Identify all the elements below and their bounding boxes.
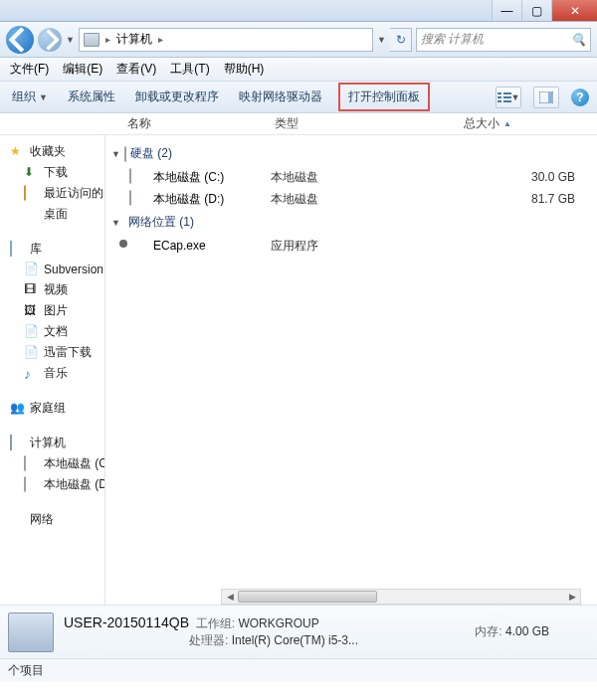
search-icon: 🔍 (571, 33, 586, 47)
toolbar-control-panel[interactable]: 打开控制面板 (338, 83, 430, 111)
toolbar-map-drive[interactable]: 映射网络驱动器 (235, 87, 326, 107)
computer-icon (8, 612, 54, 652)
chevron-right-icon: ▸ (158, 34, 163, 45)
close-icon: ✕ (570, 4, 580, 18)
menubar: 文件(F) 编辑(E) 查看(V) 工具(T) 帮助(H) (0, 58, 597, 82)
column-headers: 名称 类型 总大小 ▲ (0, 113, 597, 135)
minimize-button[interactable]: — (492, 0, 521, 21)
sort-arrow-icon: ▲ (503, 119, 511, 128)
drive-icon (24, 477, 40, 493)
desktop-icon (24, 207, 40, 223)
view-mode-button[interactable]: ▼ (496, 87, 521, 108)
list-item[interactable]: 本地磁盘 (D:) 本地磁盘 81.7 GB (109, 188, 593, 210)
sidebar-item-subversion[interactable]: 📄Subversion (0, 260, 104, 279)
list-view-icon (498, 91, 511, 103)
breadcrumb[interactable]: ▸ 计算机 ▸ (79, 28, 373, 52)
scroll-left-icon[interactable]: ◀ (222, 590, 238, 604)
collapse-icon: ▼ (111, 149, 120, 159)
menu-tools[interactable]: 工具(T) (164, 59, 215, 80)
doc-icon: 📄 (24, 262, 40, 277)
list-item[interactable]: ECap.exe 应用程序 (109, 235, 593, 257)
video-icon: 🎞 (24, 282, 40, 298)
drive-icon (129, 169, 147, 185)
sidebar-network[interactable]: 网络 (0, 509, 104, 530)
sidebar-item-pictures[interactable]: 🖼图片 (0, 300, 104, 321)
sidebar-computer[interactable]: 计算机 (0, 433, 104, 453)
doc-icon: 📄 (24, 345, 40, 361)
recent-icon (24, 186, 40, 202)
sidebar-item-music[interactable]: ♪音乐 (0, 363, 104, 384)
refresh-button[interactable]: ↻ (390, 28, 412, 52)
sidebar-item-video[interactable]: 🎞视频 (0, 279, 104, 300)
sidebar-item-documents[interactable]: 📄文档 (0, 321, 104, 342)
sidebar-item-drive-d[interactable]: 本地磁盘 (D (0, 474, 104, 495)
chevron-down-icon: ▼ (511, 92, 520, 102)
sidebar-libraries[interactable]: 库 (0, 239, 104, 260)
toolbar-system-properties[interactable]: 系统属性 (64, 87, 119, 107)
svg-rect-3 (503, 92, 511, 94)
column-type[interactable]: 类型 (267, 113, 456, 134)
toolbar-organize[interactable]: 组织▼ (8, 87, 52, 107)
download-icon: ⬇ (24, 165, 40, 181)
status-text: 个项目 (8, 662, 44, 679)
svg-rect-1 (498, 96, 501, 98)
sidebar-item-downloads[interactable]: ⬇下载 (0, 162, 104, 183)
nav-back-button[interactable] (6, 26, 34, 54)
search-placeholder: 搜索 计算机 (421, 31, 484, 48)
drive-icon (24, 456, 40, 472)
computer-icon (84, 33, 100, 47)
star-icon: ★ (10, 144, 26, 160)
horizontal-scrollbar[interactable]: ◀ ▶ (221, 589, 581, 605)
chevron-right-icon: ▸ (105, 34, 110, 45)
network-icon (10, 512, 26, 528)
sidebar: ★收藏夹 ⬇下载 最近访问的 桌面 库 📄Subversion 🎞视频 🖼图片 … (0, 135, 105, 605)
breadcrumb-dropdown[interactable]: ▼ (377, 35, 386, 45)
scroll-right-icon[interactable]: ▶ (564, 590, 580, 604)
svg-rect-5 (503, 100, 511, 102)
sidebar-item-recent[interactable]: 最近访问的 (0, 183, 104, 204)
group-network-location[interactable]: ▼网络位置 (1) (109, 210, 593, 235)
app-icon (129, 238, 147, 254)
help-button[interactable]: ? (571, 88, 589, 106)
drive-icon (124, 147, 126, 161)
menu-edit[interactable]: 编辑(E) (57, 59, 108, 80)
details-name: USER-20150114QB (64, 614, 189, 630)
search-input[interactable]: 搜索 计算机 🔍 (416, 28, 591, 52)
sidebar-homegroup[interactable]: 👥家庭组 (0, 398, 104, 419)
breadcrumb-segment[interactable]: 计算机 (116, 31, 152, 48)
group-disks[interactable]: ▼硬盘 (2) (109, 141, 593, 166)
menu-view[interactable]: 查看(V) (110, 59, 162, 80)
collapse-icon: ▼ (111, 218, 120, 228)
menu-help[interactable]: 帮助(H) (218, 59, 271, 80)
nav-forward-button[interactable] (38, 28, 62, 52)
drive-icon (129, 191, 147, 207)
details-pane: USER-20150114QB 工作组: WORKGROUP 处理器: Inte… (0, 605, 597, 658)
list-item[interactable]: 本地磁盘 (C:) 本地磁盘 30.0 GB (109, 166, 593, 188)
toolbar-uninstall[interactable]: 卸载或更改程序 (131, 87, 223, 107)
sidebar-item-desktop[interactable]: 桌面 (0, 204, 104, 225)
svg-rect-4 (503, 96, 511, 98)
svg-rect-2 (498, 100, 501, 102)
chevron-down-icon: ▼ (39, 92, 48, 102)
column-size[interactable]: 总大小 ▲ (456, 113, 597, 134)
scroll-thumb[interactable] (238, 591, 377, 603)
file-list: ▼硬盘 (2) 本地磁盘 (C:) 本地磁盘 30.0 GB 本地磁盘 (D:)… (105, 135, 597, 605)
close-button[interactable]: ✕ (551, 0, 597, 21)
computer-icon (10, 436, 26, 451)
nav-history-dropdown[interactable]: ▼ (66, 35, 75, 45)
sidebar-item-xunlei[interactable]: 📄迅雷下载 (0, 342, 104, 363)
maximize-button[interactable]: ▢ (521, 0, 551, 21)
preview-pane-icon (539, 91, 553, 103)
doc-icon: 📄 (24, 324, 40, 340)
homegroup-icon: 👥 (10, 401, 26, 417)
preview-pane-button[interactable] (533, 87, 559, 108)
minimize-icon: — (501, 4, 513, 18)
sidebar-favorites[interactable]: ★收藏夹 (0, 141, 104, 162)
column-name[interactable]: 名称 (119, 113, 267, 134)
sidebar-item-drive-c[interactable]: 本地磁盘 (C (0, 453, 104, 474)
maximize-icon: ▢ (531, 4, 542, 18)
menu-file[interactable]: 文件(F) (4, 59, 55, 80)
status-bar: 个项目 (0, 658, 597, 682)
music-icon: ♪ (24, 366, 40, 382)
picture-icon: 🖼 (24, 303, 40, 319)
